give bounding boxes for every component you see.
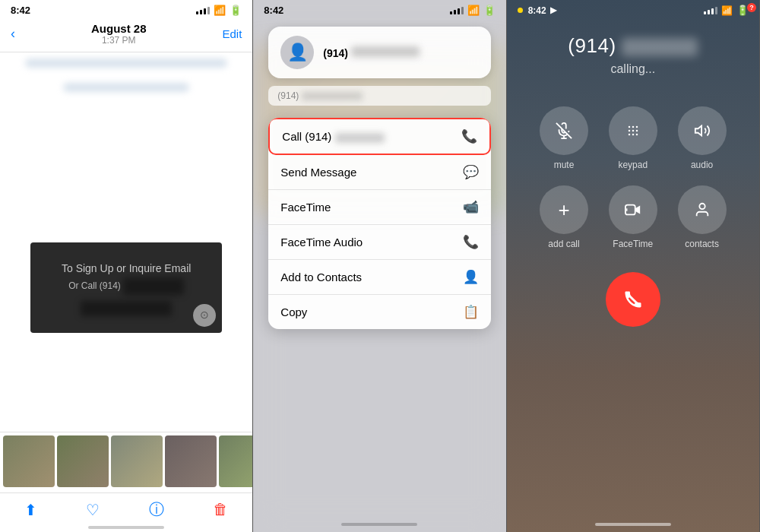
time-panel2: 8:42 (264, 5, 283, 16)
photo-thumbnails (0, 432, 252, 492)
thumb-2[interactable] (57, 435, 109, 487)
audio-button[interactable]: audio (678, 106, 727, 170)
svg-point-16 (699, 204, 705, 209)
status-dot (518, 8, 523, 13)
sign-line3: XXXXXXXXXXXX (43, 301, 209, 316)
number-hint-blurred (302, 92, 363, 100)
keypad-label: keypad (618, 160, 648, 170)
contact-number: (914) (323, 46, 478, 59)
battery-icon-p1: 🔋 (230, 5, 242, 16)
call-screen-panel: 8:42 ▶ 📶 🔋 (914) calling... (507, 0, 760, 532)
menu-item-facetime-audio[interactable]: FaceTime Audio 📞 (268, 225, 490, 260)
svg-point-8 (636, 130, 638, 132)
add-contact-icon: 👤 (463, 269, 479, 285)
menu-item-call[interactable]: Call (914) 📞 (270, 119, 489, 154)
svg-marker-12 (695, 126, 701, 136)
battery-icon-p2: 🔋 (483, 5, 496, 16)
home-indicator-p2 (341, 523, 417, 526)
thumb-5[interactable] (219, 435, 252, 487)
mute-button[interactable]: mute (540, 106, 588, 170)
contact-info: (914) (323, 46, 478, 59)
call-btn-row-2: + add call ? FaceTime (530, 185, 736, 249)
statusbar-panel2: 8:42 📶 🔋 (253, 0, 505, 19)
end-call-button[interactable] (606, 272, 660, 327)
caller-prefix: (914) (568, 34, 616, 57)
share-icon[interactable]: ⬆ (24, 501, 37, 519)
navbar-title-p1: August 28 1:37 PM (91, 22, 147, 46)
sign-number-blurred: XXXXXXX (123, 278, 184, 295)
blurred-top-1 (25, 59, 227, 68)
facetime-call-button[interactable]: ? FaceTime (609, 185, 657, 249)
menu-item-facetime[interactable]: FaceTime 📹 (268, 190, 490, 225)
sign-card: To Sign Up or Inquire Email Or Call (914… (30, 242, 221, 333)
call-icon: 📞 (461, 128, 477, 144)
contacts-button[interactable]: contacts (678, 185, 727, 249)
call-item-wrapper: Call (914) 📞 (268, 118, 490, 155)
add-call-button[interactable]: + add call (540, 185, 588, 249)
copy-icon: 📋 (463, 304, 479, 320)
audio-label: audio (691, 160, 713, 170)
avatar-icon: 👤 (280, 36, 314, 69)
info-icon[interactable]: ⓘ (149, 499, 164, 520)
time-panel3: 8:42 (528, 5, 546, 16)
wifi-icon-p1: 📶 (214, 5, 226, 16)
back-button-p1[interactable]: ‹ (11, 26, 15, 42)
number-prefix: (914) (323, 47, 348, 59)
sign-image: To Sign Up or Inquire Email Or Call (914… (0, 98, 252, 432)
svg-point-7 (632, 130, 635, 132)
nav-time: 1:37 PM (91, 35, 147, 46)
call-number-blurred (335, 133, 385, 143)
menu-item-copy[interactable]: Copy 📋 (268, 295, 490, 329)
thumb-4[interactable] (165, 435, 217, 487)
home-indicator-p3 (595, 523, 671, 526)
thumb-1[interactable] (3, 435, 55, 487)
number-blurred (351, 46, 420, 57)
scan-icon: ⊙ (193, 304, 216, 327)
wifi-icon-p3: 📶 (721, 5, 733, 16)
statusbar-panel3: 8:42 ▶ 📶 🔋 (507, 0, 759, 19)
photo-display[interactable]: To Sign Up or Inquire Email Or Call (914… (0, 52, 252, 432)
sign-line2: Or Call (914) XXXXXXX (43, 278, 209, 295)
photo-main-area: To Sign Up or Inquire Email Or Call (914… (0, 52, 252, 532)
edit-button-p1[interactable]: Edit (222, 27, 242, 40)
menu-item-add-contacts[interactable]: Add to Contacts 👤 (268, 260, 490, 295)
home-indicator-p1 (88, 526, 164, 529)
location-icon-p3: ▶ (550, 5, 556, 15)
svg-point-10 (632, 134, 635, 136)
context-menu-list: Call (914) 📞 Send Message 💬 FaceTime 📹 F… (268, 118, 490, 329)
context-menu-panel: 8:42 📶 🔋 👤 (914) (914) (253, 0, 506, 532)
time-panel1: 8:42 (11, 5, 30, 16)
add-call-icon-circle: + (540, 185, 588, 234)
signal-icon-p2 (450, 7, 464, 14)
add-contacts-label: Add to Contacts (280, 271, 362, 283)
contacts-icon-circle (678, 185, 727, 234)
facetime-icon-circle: ? (609, 185, 657, 234)
mute-label: mute (554, 160, 575, 170)
thumb-3[interactable] (111, 435, 163, 487)
call-header: (914) calling... (507, 19, 759, 84)
blurred-top-2 (63, 83, 189, 92)
wifi-icon-p2: 📶 (467, 5, 480, 16)
svg-point-6 (629, 130, 631, 132)
nav-date: August 28 (91, 22, 147, 35)
statusbar-panel1: 8:42 📶 🔋 (0, 0, 252, 19)
delete-icon[interactable]: 🗑 (213, 501, 228, 518)
end-call-row (530, 264, 736, 342)
sign-line2-text: Or Call (914) (68, 280, 121, 291)
copy-label: Copy (280, 306, 307, 318)
caller-number-blurred (622, 38, 698, 56)
heart-icon[interactable]: ♡ (86, 501, 100, 519)
facetime-call-label: FaceTime (613, 239, 653, 249)
svg-point-11 (636, 134, 638, 136)
contact-preview-card: 👤 (914) (268, 27, 490, 78)
audio-icon-circle (678, 106, 727, 155)
facetime-video-icon: 📹 (463, 199, 479, 215)
call-status: calling... (522, 62, 744, 76)
signal-icon-p3 (704, 7, 717, 14)
add-call-label: add call (548, 239, 579, 249)
contacts-label: contacts (685, 239, 719, 249)
svg-point-5 (636, 126, 638, 128)
sign-email-blurred: XXXXXXXXXXXX (81, 301, 172, 316)
keypad-button[interactable]: keypad (609, 106, 657, 170)
menu-item-message[interactable]: Send Message 💬 (268, 155, 490, 190)
